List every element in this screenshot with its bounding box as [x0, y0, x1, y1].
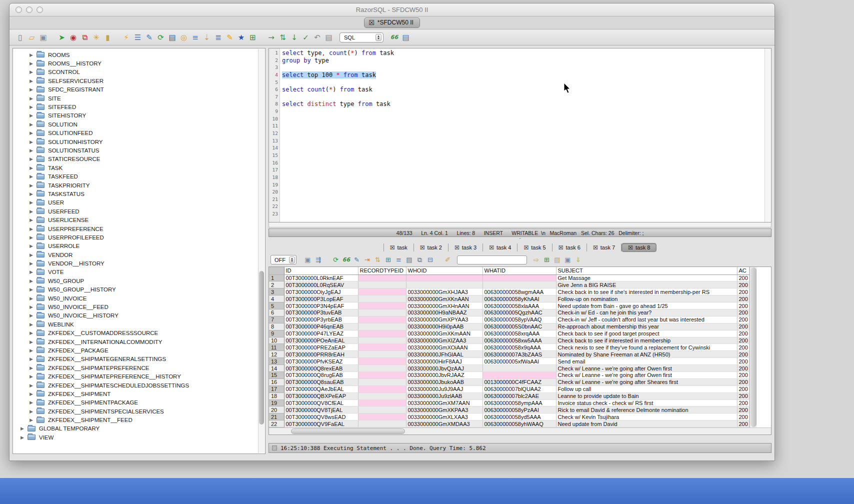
table-row[interactable]: 300T3000000OiyJgEAJ0033000000GmXHJAA3006… — [269, 288, 749, 296]
cell-id[interactable]: 00T3000000Q8rexEAB — [284, 365, 358, 372]
expand-arrow-icon[interactable]: ▶ — [29, 78, 34, 84]
view-page-icon[interactable]: ▤ — [404, 255, 414, 265]
cell-whatid[interactable]: 006300000058ympAAA — [482, 400, 556, 406]
cell-whatid[interactable] — [482, 365, 556, 372]
splitter-handle[interactable]: ⌃ — [268, 237, 772, 242]
tree-item-w50_invoice[interactable]: ▶W50_INVOICE — [13, 294, 265, 302]
cell-ac[interactable]: 200 — [737, 282, 749, 288]
cell-subject[interactable]: Get Massage — [556, 274, 737, 282]
cell-whatid[interactable]: 006300000058yKhAAI — [482, 296, 556, 302]
close-tab-icon[interactable]: ☒ — [628, 245, 633, 250]
tree-item-zkfedex__shipmategeneralsettings[interactable]: ▶ZKFEDEX__SHIPMATEGENERALSETTINGS — [13, 355, 265, 364]
cell-whoid[interactable]: 0033000000GmXOiAAN — [406, 344, 482, 351]
cell-recordtypeid[interactable] — [358, 296, 406, 302]
refresh-pages-icon[interactable]: ⟳ — [155, 32, 166, 43]
cell-subject[interactable]: Invoice status check - check w/ RS first — [556, 400, 737, 406]
edit-cell-icon[interactable]: ✎ — [352, 255, 362, 265]
cell-whatid[interactable]: 006300000058yhWAAQ — [482, 420, 556, 428]
code-line[interactable]: select count(*) from task — [282, 86, 764, 94]
cell-subject[interactable]: Check nexis to see if they've found a re… — [556, 344, 737, 351]
close-tab-icon[interactable]: ☒ — [390, 245, 395, 250]
tree-item-w50_invoice__history[interactable]: ▶W50_INVOICE__HISTORY — [13, 312, 265, 320]
expand-arrow-icon[interactable]: ▶ — [29, 383, 34, 388]
tree-item-userfeed[interactable]: ▶USERFEED — [13, 207, 265, 216]
sql-editor[interactable]: 1234567891011121314151617181920212223 se… — [268, 48, 772, 222]
expand-arrow-icon[interactable]: ▶ — [20, 435, 24, 440]
new-file-icon[interactable]: ▯ — [14, 32, 26, 43]
result-tab-task-8[interactable]: ☒task 8 — [622, 243, 656, 252]
cell-whatid[interactable]: 00630000005xfWaAAI — [482, 358, 556, 365]
stepper-arrows-icon[interactable]: ▲▼ — [376, 34, 382, 41]
expand-arrow-icon[interactable]: ▶ — [29, 200, 34, 205]
cell-ac[interactable]: 200 — [737, 309, 749, 316]
tree-item-solutionfeed[interactable]: ▶SOLUTIONFEED — [13, 129, 265, 138]
cell-subject[interactable]: Check back to see if good target prospec… — [556, 330, 737, 337]
cell-whoid[interactable]: 0033000000GmXHnAAN — [406, 302, 482, 310]
cell-id[interactable]: 00T3000000PRR8rEAH — [284, 351, 358, 358]
tree-item-taskfeed[interactable]: ▶TASKFEED — [13, 172, 265, 180]
cell-ac[interactable]: 200 — [737, 274, 749, 282]
cell-whoid[interactable]: 0033000000H9i0pAAB — [406, 323, 482, 330]
cell-ac[interactable]: 200 — [737, 296, 749, 302]
cell-whoid[interactable]: 0033000000GmXPYAA3 — [406, 316, 482, 323]
cell-whatid[interactable]: 00630000007A3bZAAS — [482, 351, 556, 358]
cell-subject[interactable]: Give Jenn a BIG RAISE — [556, 282, 737, 288]
expand-arrow-icon[interactable]: ▶ — [29, 392, 34, 396]
code-line[interactable] — [282, 160, 764, 167]
expand-arrow-icon[interactable]: ▶ — [29, 226, 34, 232]
favorites-star-icon[interactable]: ★ — [236, 32, 247, 43]
expand-arrow-icon[interactable]: ▶ — [29, 209, 34, 214]
cell-whatid[interactable]: 006300000058xw5AAA — [482, 337, 556, 344]
table-row[interactable]: 400T3000000P3LopEAF0033000000GmXKnAAN006… — [269, 296, 749, 302]
editor-horizontal-scrollbar[interactable] — [268, 222, 772, 228]
code-line[interactable]: group by type — [282, 57, 764, 64]
expand-arrow-icon[interactable]: ▶ — [29, 104, 34, 110]
cell-ac[interactable]: 200 — [737, 406, 749, 414]
cell-recordtypeid[interactable] — [358, 378, 406, 386]
tree-item-site[interactable]: ▶SITE — [13, 94, 265, 102]
results-vertical-scrollbar-thumb[interactable] — [750, 268, 756, 427]
results-vertical-scrollbar[interactable] — [750, 267, 757, 428]
expand-arrow-icon[interactable]: ▶ — [29, 296, 34, 301]
refresh-results-icon[interactable]: ⟳ — [330, 255, 341, 265]
code-line[interactable] — [282, 130, 764, 138]
tree-item-rooms[interactable]: ▶ROOMS — [13, 50, 265, 59]
table-row[interactable]: 500T3000000P3N4pEAF0033000000GmXHnAAN006… — [269, 302, 749, 310]
cell-ac[interactable]: 200 — [737, 420, 749, 428]
new-connection-icon[interactable]: ✳ — [90, 32, 102, 43]
open-file-icon[interactable]: ▱ — [26, 32, 38, 43]
cell-recordtypeid[interactable] — [358, 330, 406, 337]
tree-item-selfserviceuser[interactable]: ▶SELFSERVICEUSER — [13, 76, 265, 85]
close-tab-icon[interactable]: ☒ — [489, 245, 494, 250]
tree-item-w50_invoice__feed[interactable]: ▶W50_INVOICE__FEED — [13, 302, 265, 311]
tree-item-userlicense[interactable]: ▶USERLICENSE — [13, 216, 265, 224]
cell-id[interactable]: 00T3000000P47LYEAZ — [284, 330, 358, 337]
close-connections-icon[interactable]: ⧉ — [79, 32, 90, 43]
auto-refresh-select[interactable]: OFF ▲▼ — [270, 255, 296, 264]
code-line[interactable]: select distinct type from task — [282, 100, 764, 108]
swap-arrows-icon[interactable]: ⇅ — [277, 32, 288, 43]
cell-id[interactable]: 00T3000000QV8wsEAD — [284, 414, 358, 420]
connect-database-icon[interactable]: ➤ — [56, 32, 68, 43]
table-row[interactable]: 2100T3000000QV8wsEAD0033000000GmXLXAA300… — [269, 414, 749, 420]
expand-arrow-icon[interactable]: ▶ — [29, 322, 34, 327]
tree-item-rooms__history[interactable]: ▶ROOMS__HISTORY — [13, 59, 265, 68]
list-icon[interactable]: ≡ — [190, 32, 201, 43]
cell-ac[interactable]: 200 — [737, 358, 749, 365]
cell-subject[interactable]: Check w/ Leanne - we're going after Owen… — [556, 365, 737, 372]
cell-id[interactable]: 00T3000000Q8rugEAB — [284, 372, 358, 378]
cell-recordtypeid[interactable] — [358, 337, 406, 344]
table-row[interactable]: 1500T3000000Q8rugEAB0033000000JbvRJAAZCh… — [269, 372, 749, 378]
cell-subject[interactable]: Check w/ Leanne - we're going after Owen… — [556, 372, 737, 378]
cell-ac[interactable]: 200 — [737, 337, 749, 344]
results-horizontal-scrollbar-thumb[interactable] — [291, 428, 405, 434]
cell-ac[interactable]: 200 — [737, 351, 749, 358]
tree-item-zkfedex__customaddresssource[interactable]: ▶ZKFEDEX__CUSTOMADDRESSSOURCE — [13, 329, 265, 338]
tree-item-view[interactable]: ▶VIEW — [13, 433, 265, 442]
tree-item-userprofilefeed[interactable]: ▶USERPROFILEFEED — [13, 233, 265, 242]
cell-subject[interactable]: Rick to email David & reference Delmonte… — [556, 406, 737, 414]
cell-whoid[interactable]: 0033000000JFhGlAAL — [406, 351, 482, 358]
cell-whatid[interactable] — [482, 282, 556, 288]
tree-item-task[interactable]: ▶TASK — [13, 164, 265, 172]
column-header-whatid[interactable]: WHATID — [482, 267, 556, 274]
